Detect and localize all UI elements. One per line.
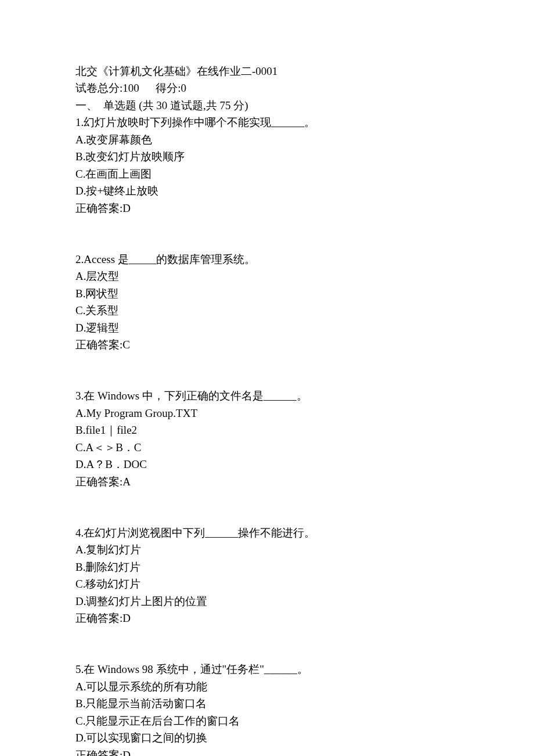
score-line: 试卷总分:100 得分:0 bbox=[75, 80, 459, 96]
question-option: B.改变幻灯片放映顺序 bbox=[75, 148, 459, 165]
question-option: C.在画面上画图 bbox=[75, 165, 459, 182]
question-option: C.移动幻灯片 bbox=[75, 575, 459, 592]
blank-line bbox=[75, 217, 459, 233]
question-option: D.可以实现窗口之间的切换 bbox=[75, 729, 459, 746]
blank-line bbox=[75, 370, 459, 387]
question-option: D.按+键终止放映 bbox=[75, 182, 459, 199]
blank-line bbox=[75, 644, 459, 661]
question-option: A.改变屏幕颜色 bbox=[75, 131, 459, 148]
blank-line bbox=[75, 627, 459, 643]
blank-line bbox=[75, 490, 459, 507]
question-block: 3.在 Windows 中，下列正确的文件名是______。 A.My Prog… bbox=[75, 387, 459, 490]
blank-line bbox=[75, 507, 459, 524]
answer-line: 正确答案:D bbox=[75, 200, 459, 217]
answer-line: 正确答案:A bbox=[75, 473, 459, 490]
question-block: 2.Access 是_____的数据库管理系统。 A.层次型 B.网状型 C.关… bbox=[75, 251, 459, 354]
question-option: B.网状型 bbox=[75, 285, 459, 302]
blank-line bbox=[75, 353, 459, 370]
question-stem: 2.Access 是_____的数据库管理系统。 bbox=[75, 251, 459, 268]
question-option: B.删除幻灯片 bbox=[75, 559, 459, 575]
question-option: A.可以显示系统的所有功能 bbox=[75, 678, 459, 695]
answer-line: 正确答案:D bbox=[75, 610, 459, 627]
question-block: 5.在 Windows 98 系统中，通过"任务栏"______。 A.可以显示… bbox=[75, 661, 459, 756]
question-stem: 4.在幻灯片浏览视图中下列______操作不能进行。 bbox=[75, 524, 459, 541]
answer-line: 正确答案:C bbox=[75, 336, 459, 353]
course-title: 北交《计算机文化基础》在线作业二-0001 bbox=[75, 63, 459, 80]
question-option: D.逻辑型 bbox=[75, 319, 459, 336]
question-block: 1.幻灯片放映时下列操作中哪个不能实现______。 A.改变屏幕颜色 B.改变… bbox=[75, 114, 459, 217]
question-stem: 5.在 Windows 98 系统中，通过"任务栏"______。 bbox=[75, 661, 459, 678]
question-option: B.只能显示当前活动窗口名 bbox=[75, 695, 459, 712]
question-block: 4.在幻灯片浏览视图中下列______操作不能进行。 A.复制幻灯片 B.删除幻… bbox=[75, 524, 459, 627]
question-option: C.关系型 bbox=[75, 302, 459, 319]
question-stem: 1.幻灯片放映时下列操作中哪个不能实现______。 bbox=[75, 114, 459, 131]
section-heading: 一、 单选题 (共 30 道试题,共 75 分) bbox=[75, 97, 459, 114]
question-option: D.A？B．DOC bbox=[75, 456, 459, 473]
question-option: C.只能显示正在后台工作的窗口名 bbox=[75, 712, 459, 729]
question-option: D.调整幻灯片上图片的位置 bbox=[75, 593, 459, 610]
question-option: A.My Program Group.TXT bbox=[75, 405, 459, 422]
question-option: C.A＜＞B．C bbox=[75, 439, 459, 456]
blank-line bbox=[75, 233, 459, 250]
question-option: A.复制幻灯片 bbox=[75, 541, 459, 558]
question-option: B.file1｜file2 bbox=[75, 422, 459, 438]
question-stem: 3.在 Windows 中，下列正确的文件名是______。 bbox=[75, 387, 459, 404]
answer-line: 正确答案:D bbox=[75, 747, 459, 757]
question-option: A.层次型 bbox=[75, 268, 459, 285]
